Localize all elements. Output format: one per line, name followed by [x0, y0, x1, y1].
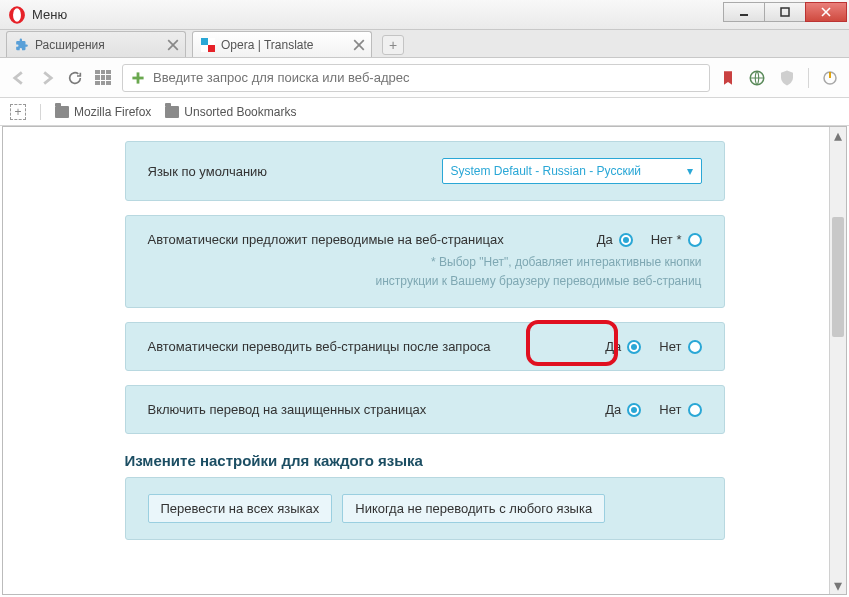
- puzzle-icon: [15, 38, 29, 52]
- radio-no[interactable]: Нет: [659, 339, 701, 354]
- scrollbar-thumb[interactable]: [832, 217, 844, 337]
- svg-rect-9: [208, 45, 215, 52]
- svg-rect-10: [208, 38, 215, 45]
- dropdown-value: System Default - Russian - Русский: [451, 164, 642, 178]
- bookmarks-bar: + Mozilla Firefox Unsorted Bookmarks: [0, 98, 849, 126]
- radio-no[interactable]: Нет *: [651, 232, 702, 247]
- address-input[interactable]: [153, 70, 701, 85]
- radio-icon: [688, 233, 702, 247]
- window-minimize-button[interactable]: [723, 2, 765, 22]
- folder-icon: [165, 106, 179, 118]
- new-tab-button[interactable]: +: [382, 35, 404, 55]
- bookmark-folder-unsorted[interactable]: Unsorted Bookmarks: [165, 105, 296, 119]
- folder-icon: [55, 106, 69, 118]
- bookmark-icon[interactable]: [720, 70, 736, 86]
- add-bookmark-button[interactable]: +: [10, 104, 26, 120]
- setting-auto-suggest: Автоматически предложит переводимые на в…: [125, 215, 725, 308]
- radio-icon: [688, 403, 702, 417]
- tab-strip: Расширения Opera | Translate +: [0, 30, 849, 58]
- setting-default-language: Язык по умолчанию System Default - Russi…: [125, 141, 725, 201]
- forward-button[interactable]: [38, 69, 56, 87]
- setting-secure-pages: Включить перевод на защищенных страницах…: [125, 385, 725, 434]
- divider: [808, 68, 809, 88]
- radio-yes[interactable]: Да: [597, 232, 633, 247]
- page-content: ▴ ▾ Язык по умолчанию System Default - R…: [2, 126, 847, 595]
- radio-yes[interactable]: Да: [605, 402, 641, 417]
- per-language-heading: Измените настройки для каждого языка: [125, 452, 725, 469]
- svg-rect-11: [201, 45, 208, 52]
- setting-auto-translate: Автоматически переводить веб-страницы по…: [125, 322, 725, 371]
- back-button[interactable]: [10, 69, 28, 87]
- globe-icon[interactable]: [748, 69, 766, 87]
- svg-point-1: [13, 8, 21, 22]
- scroll-up-button[interactable]: ▴: [830, 127, 846, 144]
- divider: [40, 104, 41, 120]
- speed-dial-button[interactable]: [94, 69, 112, 87]
- opera-logo-icon: [8, 6, 26, 24]
- bookmark-folder-firefox[interactable]: Mozilla Firefox: [55, 105, 151, 119]
- radio-icon: [627, 403, 641, 417]
- tab-title: Opera | Translate: [221, 38, 347, 52]
- radio-yes[interactable]: Да: [605, 339, 641, 354]
- chevron-down-icon: ▾: [687, 164, 693, 178]
- reload-button[interactable]: [66, 69, 84, 87]
- scroll-down-button[interactable]: ▾: [830, 577, 846, 594]
- radio-icon: [688, 340, 702, 354]
- translate-app-icon: [201, 38, 215, 52]
- vertical-scrollbar[interactable]: ▴ ▾: [829, 127, 846, 594]
- power-icon[interactable]: [821, 69, 839, 87]
- bookmark-label: Unsorted Bookmarks: [184, 105, 296, 119]
- radio-icon: [619, 233, 633, 247]
- window-titlebar: Меню: [0, 0, 849, 30]
- window-maximize-button[interactable]: [764, 2, 806, 22]
- close-icon[interactable]: [353, 39, 365, 51]
- setting-label: Язык по умолчанию: [148, 164, 422, 179]
- setting-label: Включить перевод на защищенных страницах: [148, 402, 586, 417]
- tab-title: Расширения: [35, 38, 161, 52]
- translate-all-button[interactable]: Перевести на всех языках: [148, 494, 333, 523]
- nav-toolbar: [0, 58, 849, 98]
- svg-rect-3: [781, 8, 789, 16]
- address-bar[interactable]: [122, 64, 710, 92]
- never-translate-button[interactable]: Никогда не переводить с любого языка: [342, 494, 605, 523]
- setting-label: Автоматически предложит переводимые на в…: [148, 232, 577, 247]
- default-language-dropdown[interactable]: System Default - Russian - Русский ▾: [442, 158, 702, 184]
- close-icon[interactable]: [167, 39, 179, 51]
- menu-button[interactable]: Меню: [32, 7, 67, 22]
- window-close-button[interactable]: [805, 2, 847, 22]
- plus-icon[interactable]: [131, 71, 145, 85]
- radio-icon: [627, 340, 641, 354]
- setting-note: * Выбор "Нет", добавляет интерактивные к…: [148, 253, 702, 291]
- setting-label: Автоматически переводить веб-страницы по…: [148, 339, 586, 354]
- tab-extensions[interactable]: Расширения: [6, 31, 186, 57]
- per-language-panel: Перевести на всех языках Никогда не пере…: [125, 477, 725, 540]
- radio-no[interactable]: Нет: [659, 402, 701, 417]
- bookmark-label: Mozilla Firefox: [74, 105, 151, 119]
- tab-translate[interactable]: Opera | Translate: [192, 31, 372, 57]
- shield-icon[interactable]: [778, 69, 796, 87]
- svg-rect-8: [201, 38, 208, 45]
